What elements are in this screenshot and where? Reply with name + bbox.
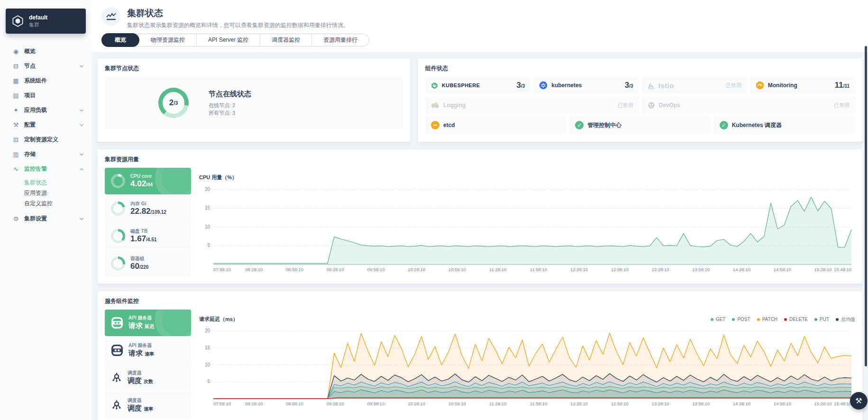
- sidebar-nav: ◉概览 ⊟节点 ▦系统组件 ▤项目 ✦应用负载 ⚒配置 ⊡定制资源定义 ▥存储 …: [0, 44, 91, 176]
- chart-legend: GET POST PATCH DELETE PUT 总均值: [711, 316, 855, 323]
- cluster-status-avatar-icon: [101, 7, 120, 26]
- svg-text:14:58:10: 14:58:10: [774, 267, 791, 272]
- svg-text:13:58:10: 13:58:10: [692, 267, 710, 272]
- tab-physical-resources[interactable]: 物理资源监控: [139, 34, 196, 46]
- legend-dot-delete: [784, 318, 787, 321]
- svg-text:09:58:10: 09:58:10: [367, 267, 384, 272]
- sidebar-item-cluster-settings[interactable]: ⚙集群设置: [0, 211, 91, 226]
- resource-tiles: CPU core 4.02/44 内存 Gi 22.82/109.12 磁盘 T…: [105, 168, 191, 278]
- sidebar-item-projects[interactable]: ▤项目: [0, 88, 91, 103]
- svg-text:13:28:10: 13:28:10: [652, 267, 669, 272]
- sidebar-item-nodes[interactable]: ⊟节点: [0, 59, 91, 73]
- sidebar-item-app-resources[interactable]: 应用资源: [0, 188, 91, 198]
- api-server-icon: [111, 317, 123, 329]
- component-istio[interactable]: Istio 已禁用: [642, 77, 747, 94]
- service-tiles: API 服务器 请求 延迟 API 服务器 请求 速率 调度器 调度 次数: [105, 310, 191, 420]
- config-icon: ⚒: [12, 121, 19, 128]
- page-description: 集群状态展示集群资源的概览和详情，您可以查看集群资源的监控数据和用量排行情况。: [127, 21, 349, 29]
- sidebar-item-custom-monitoring[interactable]: 自定义监控: [0, 198, 91, 209]
- sidebar-item-monitoring[interactable]: ∿监控告警: [0, 162, 91, 176]
- cpu-usage-ring: [111, 174, 125, 188]
- service-tile-schedule-count[interactable]: 调度器 调度 次数: [105, 365, 191, 391]
- chevron-down-icon: [80, 216, 83, 220]
- cpu-chart-title: CPU 用量（%）: [199, 174, 237, 181]
- resource-tile-memory[interactable]: 内存 Gi 22.82/109.12: [105, 195, 191, 222]
- chevron-down-icon: [80, 108, 83, 111]
- sidebar-item-overview[interactable]: ◉概览: [0, 44, 91, 59]
- svg-text:15: 15: [205, 345, 210, 350]
- cpu-usage-chart: 510152007:58:1008:28:1008:58:1009:28:100…: [199, 182, 855, 273]
- svg-text:12:28:10: 12:28:10: [570, 267, 588, 272]
- donut-value: 2: [169, 98, 174, 108]
- svg-text:5: 5: [207, 243, 210, 248]
- legend-dot-patch: [757, 318, 760, 321]
- disabled-badge: 已禁用: [618, 102, 633, 109]
- istio-logo-icon: [648, 82, 655, 90]
- svg-text:09:58:10: 09:58:10: [367, 401, 384, 406]
- service-tile-schedule-rate[interactable]: 调度器 调度 速率: [105, 392, 191, 419]
- nodes-icon: ⊟: [12, 63, 19, 70]
- component-etcd[interactable]: etcd: [425, 117, 566, 134]
- donut-total: /3: [174, 100, 178, 106]
- sidebar-item-components[interactable]: ▦系统组件: [0, 73, 91, 88]
- component-control-center[interactable]: ✓ 管理控制中心: [569, 117, 711, 134]
- gear-icon: ⚙: [12, 215, 19, 222]
- kubernetes-logo-icon: [539, 81, 548, 90]
- disabled-badge: 已禁用: [834, 102, 850, 109]
- tab-scheduler[interactable]: 调度器监控: [260, 34, 311, 46]
- sidebar-item-workloads[interactable]: ✦应用负载: [0, 103, 91, 118]
- cluster-hexagon-icon: [11, 15, 24, 27]
- check-icon: ✓: [720, 121, 728, 129]
- latency-chart-title: 请求延迟（ms）: [199, 316, 238, 323]
- sidebar-item-config[interactable]: ⚒配置: [0, 118, 91, 132]
- svg-text:08:58:10: 08:58:10: [286, 267, 303, 272]
- content: 集群节点状态 2/3 节点在线状态 在线节点: 2 所有节点: 3 组件状态: [91, 52, 868, 420]
- svg-text:08:28:10: 08:28:10: [245, 267, 263, 272]
- toolbox-button[interactable]: ⚒: [850, 392, 868, 410]
- component-monitoring[interactable]: Monitoring 11/11: [750, 77, 855, 94]
- sidebar-item-cluster-status[interactable]: 集群状态: [0, 177, 91, 188]
- tab-overview[interactable]: 概览: [101, 33, 139, 47]
- scheduler-icon: [111, 400, 122, 411]
- svg-text:08:58:10: 08:58:10: [286, 401, 303, 406]
- component-kubesphere[interactable]: KUBESPHERE 3/3: [425, 77, 530, 94]
- service-tile-request-rate[interactable]: API 服务器 请求 速率: [105, 337, 191, 364]
- tab-api-server[interactable]: API Server 监控: [196, 34, 260, 46]
- svg-text:5: 5: [207, 379, 210, 384]
- sidebar-item-crd[interactable]: ⊡定制资源定义: [0, 132, 91, 147]
- component-logging[interactable]: Logging 已禁用: [425, 97, 639, 114]
- cluster-resources-card: 集群资源用量 CPU core 4.02/44 内存 Gi 22.82/109.…: [98, 149, 862, 283]
- node-online-donut: 2/3: [158, 88, 189, 118]
- disabled-badge: 已禁用: [726, 82, 741, 89]
- chevron-down-icon: [80, 122, 83, 126]
- service-tile-request-latency[interactable]: API 服务器 请求 延迟: [105, 310, 191, 336]
- svg-text:11:28:10: 11:28:10: [489, 401, 506, 406]
- monitoring-icon: ∿: [12, 165, 19, 173]
- svg-text:07:58:10: 07:58:10: [213, 401, 231, 406]
- svg-text:14:28:10: 14:28:10: [733, 401, 750, 406]
- svg-text:10: 10: [205, 362, 210, 367]
- sidebar-item-storage[interactable]: ▥存储: [0, 147, 91, 162]
- vertical-scrollbar[interactable]: [865, 46, 867, 366]
- component-kubernetes[interactable]: kubernetes 3/3: [533, 77, 639, 94]
- svg-text:13:28:10: 13:28:10: [652, 401, 669, 406]
- svg-text:15:28:10: 15:28:10: [814, 267, 831, 272]
- cluster-selector[interactable]: default 集群: [6, 9, 86, 34]
- main-area: 集群状态 集群状态展示集群资源的概览和详情，您可以查看集群资源的监控数据和用量排…: [91, 0, 868, 420]
- tab-resource-ranking[interactable]: 资源用量排行: [311, 34, 369, 46]
- pods-usage-ring: [111, 256, 125, 271]
- svg-text:11:28:10: 11:28:10: [489, 267, 506, 272]
- resource-tile-disk[interactable]: 磁盘 TB 1.67/4.51: [105, 223, 191, 249]
- crd-icon: ⊡: [12, 136, 19, 143]
- resource-tile-pods[interactable]: 容器组 60/220: [105, 250, 191, 277]
- overview-icon: ◉: [12, 48, 19, 55]
- app-root: default 集群 ◉概览 ⊟节点 ▦系统组件 ▤项目 ✦应用负载 ⚒配置 ⊡…: [0, 0, 868, 420]
- svg-text:12:58:10: 12:58:10: [611, 267, 629, 272]
- svg-text:12:28:10: 12:28:10: [570, 401, 588, 406]
- components-card-title: 组件状态: [418, 58, 862, 77]
- storage-icon: ▥: [12, 151, 19, 158]
- resource-tile-cpu[interactable]: CPU core 4.02/44: [105, 168, 191, 194]
- component-kubernetes-scheduler[interactable]: ✓ Kubernetes 调度器: [714, 117, 855, 134]
- svg-text:13:58:10: 13:58:10: [692, 401, 710, 406]
- component-devops[interactable]: DevOps 已禁用: [642, 97, 856, 114]
